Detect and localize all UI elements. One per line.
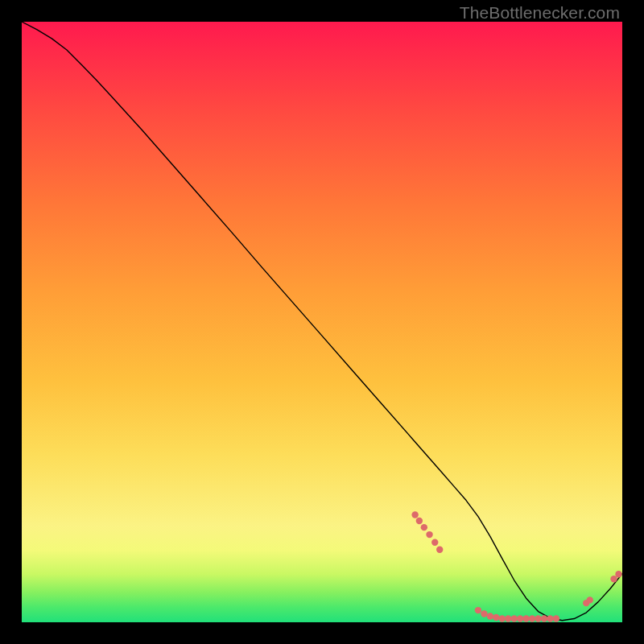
marker-dot bbox=[615, 571, 621, 577]
marker-dot bbox=[475, 607, 481, 613]
marker-dot bbox=[522, 615, 529, 621]
chart-container: TheBottlenecker.com bbox=[0, 0, 644, 644]
marker-dot bbox=[481, 610, 487, 617]
marker-dot bbox=[529, 615, 535, 621]
marker-dot bbox=[426, 531, 432, 538]
marker-dot bbox=[553, 615, 559, 621]
marker-dot bbox=[610, 576, 617, 582]
bottleneck-chart bbox=[22, 22, 622, 622]
marker-dot bbox=[587, 597, 593, 603]
marker-dot bbox=[499, 615, 506, 621]
marker-dot bbox=[493, 614, 499, 621]
marker-dot bbox=[511, 615, 518, 621]
marker-dot bbox=[535, 615, 541, 621]
marker-dot bbox=[416, 518, 423, 524]
marker-dot bbox=[421, 524, 427, 530]
marker-dot bbox=[547, 615, 553, 621]
marker-dot bbox=[541, 615, 547, 621]
marker-dot bbox=[436, 547, 443, 553]
gradient-background bbox=[22, 22, 622, 622]
marker-dot bbox=[411, 511, 418, 518]
marker-dot bbox=[431, 539, 438, 546]
watermark-text: TheBottlenecker.com bbox=[460, 3, 620, 23]
marker-dot bbox=[487, 613, 493, 619]
marker-dot bbox=[517, 615, 523, 621]
marker-dot bbox=[505, 615, 511, 621]
